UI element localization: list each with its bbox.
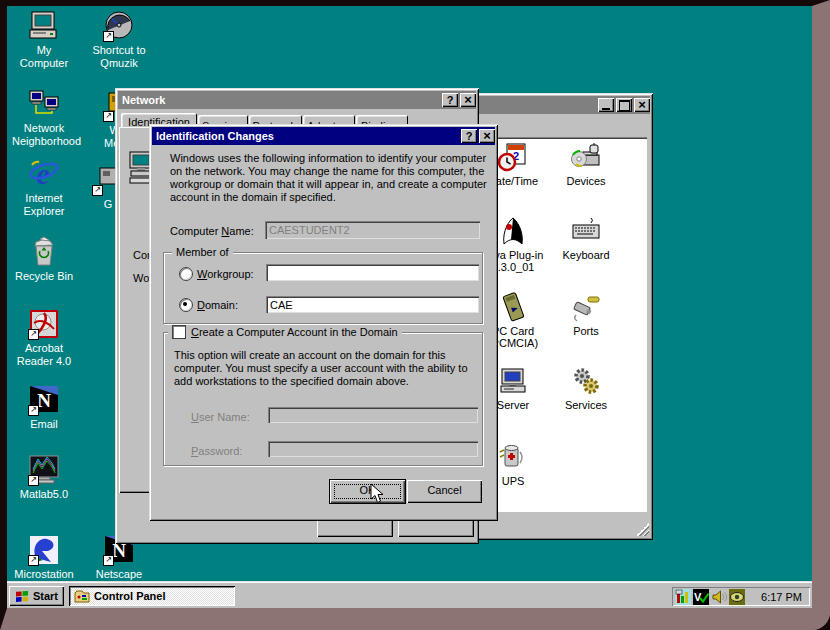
workgroup-label: Workgroup: — [197, 268, 254, 280]
recycle-bin-icon — [28, 236, 60, 268]
control-panel-folder-icon — [74, 589, 90, 603]
taskbar-clock[interactable]: 6:17 PM — [747, 591, 810, 603]
acrobat-reader-icon — [28, 308, 60, 340]
keyboard-icon — [571, 216, 601, 246]
desktop-icon-internet-explorer[interactable]: e Internet Explorer — [12, 158, 76, 218]
desktop-icon-qmuzik[interactable]: Shortcut to Qmuzik — [87, 10, 151, 70]
devices-icon — [571, 142, 601, 172]
close-button[interactable] — [634, 98, 650, 112]
account-description: This option will create an account on th… — [174, 349, 476, 388]
cp-item-services[interactable]: Services — [549, 366, 623, 411]
desktop-icon-email[interactable]: N Email — [12, 384, 76, 431]
shortcut-arrow-icon — [28, 555, 39, 566]
shortcut-arrow-icon — [92, 185, 103, 196]
microstation-icon — [28, 534, 60, 566]
windows-logo-icon — [15, 590, 30, 603]
cp-item-keyboard[interactable]: Keyboard — [549, 216, 623, 261]
shortcut-arrow-icon — [28, 475, 39, 486]
domain-radio[interactable] — [179, 298, 193, 312]
pc-card-icon — [498, 292, 528, 322]
mouse-cursor — [370, 483, 384, 509]
identification-changes-dialog: Identification Changes Windows uses the … — [149, 124, 498, 521]
network-neighborhood-icon — [28, 88, 60, 120]
svg-text:N: N — [37, 390, 51, 411]
desktop-icon-microstation[interactable]: Microstation — [12, 534, 76, 581]
workgroup-field[interactable] — [266, 264, 479, 281]
workgroup-radio[interactable] — [179, 267, 193, 281]
shortcut-arrow-icon — [103, 31, 114, 42]
close-button[interactable] — [479, 129, 495, 143]
desktop-icon-recycle-bin[interactable]: Recycle Bin — [12, 236, 76, 283]
date-time-icon: 2 — [498, 142, 528, 172]
shortcut-arrow-icon — [28, 405, 39, 416]
desktop-icon-my-computer[interactable]: My Computer — [12, 10, 76, 70]
user-name-label: User Name: — [191, 411, 250, 423]
shortcut-arrow-icon — [28, 329, 39, 340]
computer-name-field[interactable]: CAESTUDENT2 — [265, 221, 480, 239]
radio-selected-dot — [183, 302, 187, 306]
ports-icon — [571, 292, 601, 322]
close-button[interactable] — [460, 93, 476, 107]
dialog-title: Identification Changes — [156, 130, 274, 142]
desktop-icon-acrobat-reader[interactable]: Acrobat Reader 4.0 — [12, 308, 76, 368]
help-button[interactable] — [442, 93, 458, 107]
desktop: My Computer Shortcut to Qmuzik Network N… — [7, 6, 812, 608]
ups-icon — [498, 442, 528, 472]
dialog-titlebar[interactable]: Identification Changes — [152, 127, 495, 145]
password-field[interactable] — [268, 441, 478, 457]
virus-scan-tray-icon[interactable]: V — [693, 589, 709, 605]
netscape-n-icon: N — [28, 384, 60, 416]
create-account-label: Create a Computer Account in the Domain — [191, 326, 398, 338]
create-account-checkbox[interactable] — [172, 325, 186, 339]
java-plugin-icon — [498, 216, 528, 246]
scheduler-tray-icon[interactable] — [675, 589, 691, 605]
maximize-icon — [619, 100, 630, 111]
domain-field[interactable]: CAE — [266, 296, 479, 313]
computer-account-group: Create a Computer Account in the Domain … — [163, 332, 483, 466]
internet-explorer-icon: e — [28, 158, 60, 190]
member-of-legend: Member of — [172, 246, 233, 258]
resize-grip[interactable] — [636, 523, 649, 536]
server-icon — [498, 366, 528, 396]
desktop-icon-matlab[interactable]: Matlab5.0 — [12, 454, 76, 501]
help-button[interactable] — [461, 129, 477, 143]
task-button-control-panel[interactable]: Control Panel — [69, 586, 235, 606]
user-name-field[interactable] — [268, 407, 478, 423]
member-of-group: Member of Workgroup: Domain: CAE — [163, 252, 483, 324]
dialog-description: Windows uses the following information t… — [170, 152, 494, 204]
shortcut-arrow-icon — [103, 111, 114, 122]
domain-label: Domain: — [197, 299, 238, 311]
network-titlebar[interactable]: Network — [118, 91, 476, 109]
network-title: Network — [122, 94, 165, 106]
my-computer-icon — [28, 10, 60, 42]
password-label: Password: — [191, 445, 242, 457]
minimize-icon — [602, 108, 610, 110]
ok-button[interactable]: OK — [330, 480, 405, 503]
cp-item-ports[interactable]: Ports — [549, 292, 623, 337]
computer-name-label: Computer Name: — [170, 225, 254, 237]
start-button[interactable]: Start — [9, 586, 64, 606]
services-icon — [571, 366, 601, 396]
matlab-icon — [28, 454, 60, 486]
cancel-button[interactable]: Cancel — [407, 480, 482, 503]
system-tray: V 6:17 PM — [672, 587, 810, 606]
taskbar: Start Control Panel V 6:17 PM — [7, 582, 812, 608]
desktop-icon-network-neighborhood[interactable]: Network Neighborhood — [12, 88, 76, 148]
shortcut-arrow-icon — [103, 555, 114, 566]
svg-text:V: V — [694, 591, 702, 603]
qmuzik-gauge-icon — [103, 10, 135, 42]
minimize-button[interactable] — [598, 98, 614, 112]
vshield-tray-icon[interactable] — [729, 589, 745, 605]
focus-rect — [334, 484, 401, 499]
cp-item-devices[interactable]: Devices — [549, 142, 623, 187]
maximize-button[interactable] — [616, 98, 632, 112]
volume-tray-icon[interactable] — [711, 589, 727, 605]
